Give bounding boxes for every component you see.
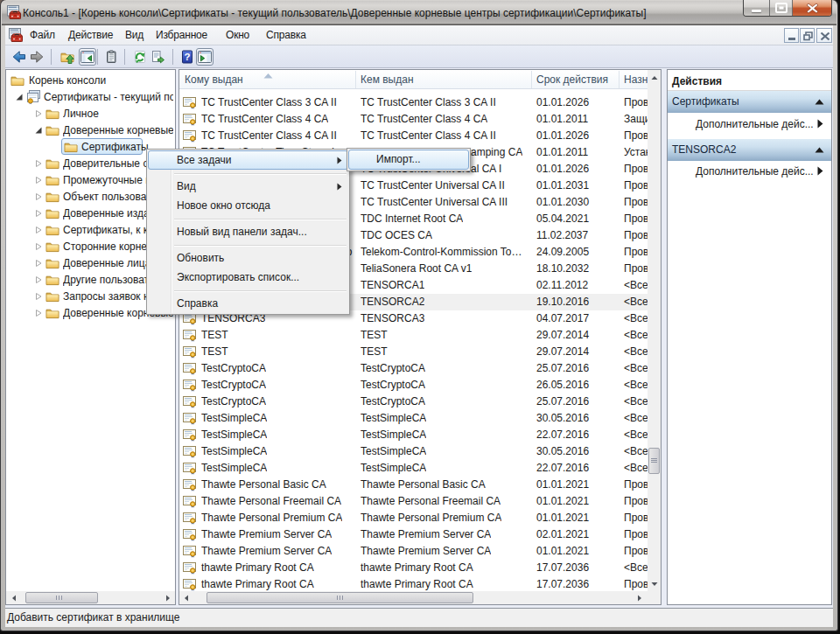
svg-text:?: ? [184, 52, 190, 62]
